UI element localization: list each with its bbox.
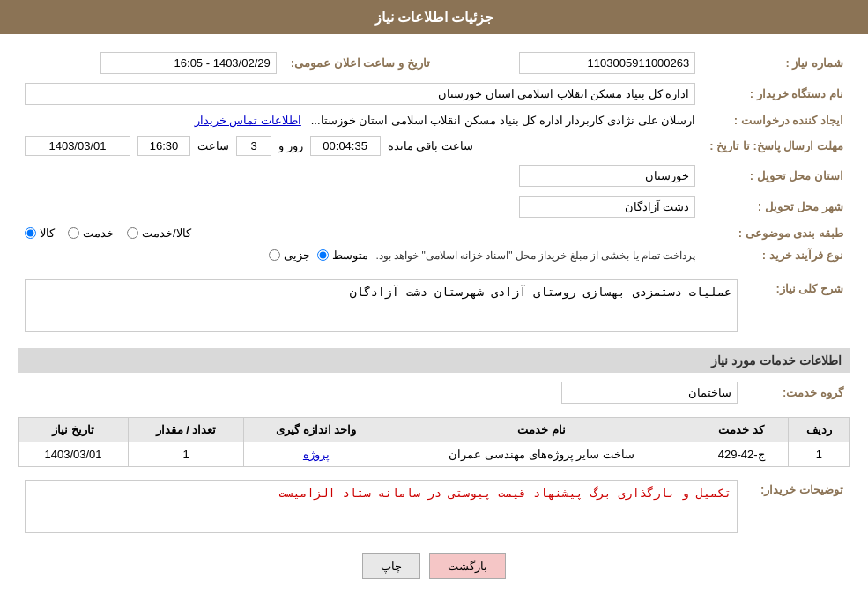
tabaqe-kala-radio[interactable] — [25, 227, 36, 239]
tabaqe-kala-khidmat-radio[interactable] — [127, 227, 138, 239]
roz-input: 3 — [236, 136, 271, 156]
col-vahed: واحد اندازه گیری — [243, 418, 389, 442]
page-title: جزئیات اطلاعات نیاز — [375, 10, 494, 25]
nam-dastgah-row: نام دستگاه خریدار : اداره کل بنیاد مسکن … — [18, 78, 850, 109]
col-tedad: تعداد / مقدار — [129, 418, 244, 442]
saat-label: ساعت — [197, 139, 229, 152]
roz-label: روز و — [278, 139, 303, 152]
time-input: 16:30 — [137, 136, 190, 156]
nam-dastgah-value-cell: اداره کل بنیاد مسکن انقلاب اسلامی استان … — [18, 78, 702, 109]
col-radif: ردیف — [788, 418, 849, 442]
grouh-value-cell: ساختمان — [18, 377, 745, 408]
mohlat-value-cell: ساعت باقی مانده 00:04:35 روز و 3 ساعت 16… — [18, 131, 702, 160]
noe-jozi-radio[interactable] — [269, 249, 280, 261]
noe-farvand-label: نوع فرآیند خرید : — [702, 244, 850, 266]
shahr-value-cell: دشت آزادگان — [18, 191, 702, 222]
tosihaat-table: توضیحات خریدار: — [18, 476, 850, 540]
countdown-input: 00:04:35 — [310, 136, 381, 156]
tabaqe-radio-group: کالا/خدمت خدمت کالا — [25, 227, 695, 240]
cell-kod: ج-42-429 — [694, 442, 788, 467]
ijad-text: ارسلان علی نژادی کاربردار اداره کل بنیاد… — [311, 114, 696, 127]
button-row: بازگشت چاپ — [18, 553, 850, 597]
countdown-label: ساعت باقی مانده — [388, 139, 473, 152]
page-container: جزئیات اطلاعات نیاز شماره نیاز : 1103005… — [0, 0, 868, 609]
sharh-textarea[interactable] — [25, 279, 738, 332]
cell-radif: 1 — [788, 442, 849, 467]
tarikh-label: تاریخ و ساعت اعلان عمومی: — [284, 48, 437, 78]
tosihaat-label: توضیحات خریدار: — [745, 476, 850, 540]
btn-print[interactable]: چاپ — [362, 553, 420, 579]
main-info-table: شماره نیاز : 1103005911000263 تاریخ و سا… — [18, 48, 850, 266]
noe-farvand-note: پرداخت تمام یا بخشی از مبلغ خریداز محل "… — [375, 249, 695, 262]
shahr-label: شهر محل تحویل : — [702, 191, 850, 222]
date-input: 1403/03/01 — [25, 136, 130, 156]
nam-dastgah-label: نام دستگاه خریدار : — [702, 78, 850, 109]
col-tarikh: تاریخ نیاز — [19, 418, 129, 442]
mohlat-row: مهلت ارسال پاسخ: تا تاریخ : ساعت باقی ما… — [18, 131, 850, 160]
shahr-input: دشت آزادگان — [519, 196, 695, 218]
tabaqe-kala-khidmat: کالا/خدمت — [127, 227, 191, 240]
ostan-label: استان محل تحویل : — [702, 160, 850, 191]
ijad-value-cell: ارسلان علی نژادی کاربردار اداره کل بنیاد… — [18, 109, 702, 131]
tabaqe-row: طبقه بندی موضوعی : کالا/خدمت خدمت کالا — [18, 222, 850, 244]
noe-motavaset-radio[interactable] — [317, 249, 329, 261]
ijad-link[interactable]: اطلاعات تماس خریدار — [195, 114, 301, 127]
noe-jozi: جزیی — [269, 249, 310, 262]
shomara-niaz-value: 1103005911000263 — [437, 48, 703, 78]
services-table-body: 1 ج-42-429 ساخت سایر پروژه‌های مهندسی عم… — [19, 442, 850, 467]
shahr-row: شهر محل تحویل : دشت آزادگان — [18, 191, 850, 222]
tosihaat-value-cell — [18, 476, 745, 540]
noe-motavaset: متوسط — [317, 249, 368, 262]
grouh-row: گروه خدمت: ساختمان — [18, 377, 850, 408]
tarikh-value-cell: 1403/02/29 - 16:05 — [18, 48, 284, 78]
ijad-row: ایجاد کننده درخواست : ارسلان علی نژادی ک… — [18, 109, 850, 131]
mohlat-label: مهلت ارسال پاسخ: تا تاریخ : — [702, 131, 850, 160]
cell-nam: ساخت سایر پروژه‌های مهندسی عمران — [389, 442, 694, 467]
tosihaat-textarea[interactable] — [25, 480, 738, 533]
tabaqe-khidmat-label: خدمت — [83, 227, 114, 240]
tabaqe-khidmat: خدمت — [68, 227, 114, 240]
nam-dastgah-input: اداره کل بنیاد مسکن انقلاب اسلامی استان … — [25, 83, 695, 105]
grouh-label: گروه خدمت: — [745, 377, 850, 408]
cell-tarikh: 1403/03/01 — [19, 442, 129, 467]
services-table-head: ردیف کد خدمت نام خدمت واحد اندازه گیری ت… — [19, 418, 850, 442]
tabaqe-kala-khidmat-label: کالا/خدمت — [142, 227, 191, 240]
ostan-input: خوزستان — [519, 165, 695, 187]
noe-farvand-value-cell: پرداخت تمام یا بخشی از مبلغ خریداز محل "… — [18, 244, 702, 266]
ostan-row: استان محل تحویل : خوزستان — [18, 160, 850, 191]
tarikh-input: 1403/02/29 - 16:05 — [100, 52, 277, 74]
sharh-value-cell — [18, 275, 745, 339]
sharh-table: شرح کلی نیاز: — [18, 275, 850, 339]
services-header-row: ردیف کد خدمت نام خدمت واحد اندازه گیری ت… — [19, 418, 850, 442]
grouh-table: گروه خدمت: ساختمان — [18, 377, 850, 408]
tabaqe-kala: کالا — [25, 227, 55, 240]
col-nam: نام خدمت — [389, 418, 694, 442]
noe-farvand-row: نوع فرآیند خرید : پرداخت تمام یا بخشی از… — [18, 244, 850, 266]
shomara-niaz-row: شماره نیاز : 1103005911000263 تاریخ و سا… — [18, 48, 850, 78]
page-header: جزئیات اطلاعات نیاز — [0, 0, 868, 34]
tabaqe-khidmat-radio[interactable] — [68, 227, 79, 239]
col-kod: کد خدمت — [694, 418, 788, 442]
table-row: 1 ج-42-429 ساخت سایر پروژه‌های مهندسی عم… — [19, 442, 850, 467]
grouh-input: ساختمان — [561, 382, 738, 404]
purchase-type-row: پرداخت تمام یا بخشی از مبلغ خریداز محل "… — [25, 249, 695, 262]
tosihaat-row: توضیحات خریدار: — [18, 476, 850, 540]
cell-vahed[interactable]: پروژه — [243, 442, 389, 467]
khadamat-section-header: اطلاعات خدمات مورد نیاز — [18, 348, 850, 373]
tabaqe-label: طبقه بندی موضوعی : — [702, 222, 850, 244]
tabaqe-value-cell: کالا/خدمت خدمت کالا — [18, 222, 702, 244]
ostan-value-cell: خوزستان — [18, 160, 702, 191]
sharh-label: شرح کلی نیاز: — [745, 275, 850, 339]
btn-back[interactable]: بازگشت — [429, 553, 506, 579]
shomara-niaz-label: شماره نیاز : — [702, 48, 850, 78]
tabaqe-kala-label: کالا — [40, 227, 55, 240]
noe-motavaset-label: متوسط — [332, 249, 368, 262]
services-table: ردیف کد خدمت نام خدمت واحد اندازه گیری ت… — [18, 417, 850, 467]
ijad-label: ایجاد کننده درخواست : — [702, 109, 850, 131]
sharh-row: شرح کلی نیاز: — [18, 275, 850, 339]
datetime-row: ساعت باقی مانده 00:04:35 روز و 3 ساعت 16… — [25, 136, 695, 156]
shomara-niaz-input: 1103005911000263 — [519, 52, 695, 74]
cell-tedad: 1 — [129, 442, 244, 467]
noe-jozi-label: جزیی — [284, 249, 310, 262]
content-area: شماره نیاز : 1103005911000263 تاریخ و سا… — [0, 34, 868, 609]
